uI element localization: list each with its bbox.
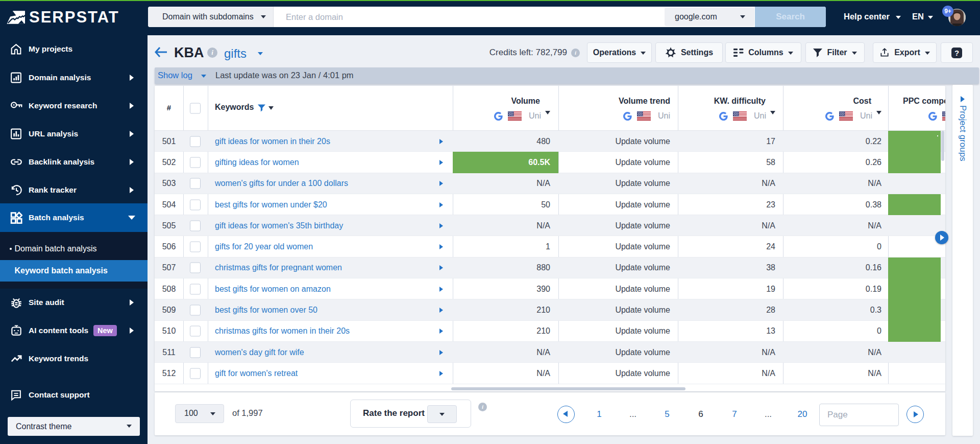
- svg-text:SERPSTAT: SERPSTAT: [29, 8, 119, 26]
